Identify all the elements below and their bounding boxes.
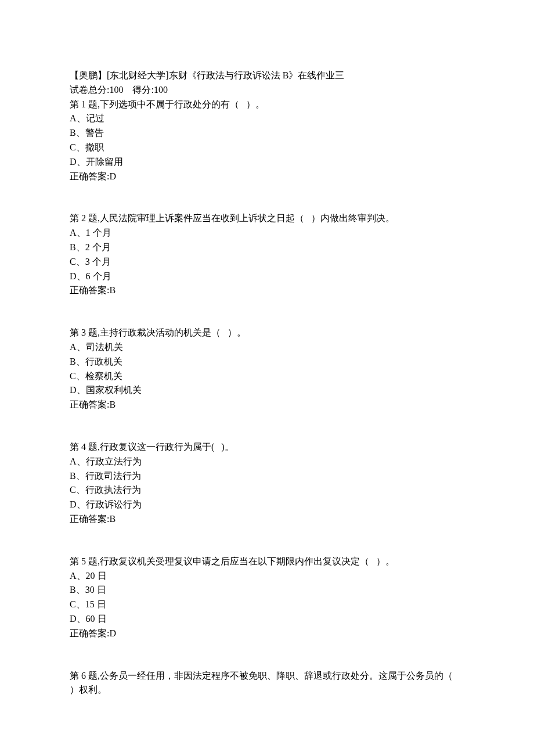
question-stem: 第 2 题,人民法院审理上诉案件应当在收到上诉状之日起（ ）内做出终审判决。 [70, 211, 464, 226]
option: B、警告 [70, 126, 464, 141]
option: D、6 个月 [70, 269, 464, 284]
option: D、国家权利机关 [70, 383, 464, 398]
score-line: 试卷总分:100 得分:100 [70, 83, 464, 98]
option: C、检察机关 [70, 369, 464, 384]
option: A、记过 [70, 111, 464, 126]
option: A、20 日 [70, 569, 464, 584]
option: C、撤职 [70, 141, 464, 155]
question-block: 第 3 题,主持行政裁决活动的机关是（ ）。 A、司法机关 B、行政机关 C、检… [70, 326, 464, 412]
question-block: 第 4 题,行政复议这一行政行为属于( )。 A、行政立法行为 B、行政司法行为… [70, 440, 464, 527]
answer: 正确答案:D [70, 170, 464, 184]
option: D、60 日 [70, 612, 464, 627]
question-stem: 第 5 题,行政复议机关受理复议申请之后应当在以下期限内作出复议决定（ ）。 [70, 555, 464, 569]
option: C、15 日 [70, 597, 464, 612]
option: B、2 个月 [70, 240, 464, 255]
option: A、司法机关 [70, 340, 464, 355]
page: 【奥鹏】[东北财经大学]东财《行政法与行政诉讼法 B》在线作业三 试卷总分:10… [0, 0, 534, 756]
answer: 正确答案:B [70, 512, 464, 527]
question-stem: 第 6 题,公务员一经任用，非因法定程序不被免职、降职、辞退或行政处分。这属于公… [70, 669, 464, 698]
option: C、行政执法行为 [70, 483, 464, 498]
option: D、开除留用 [70, 155, 464, 170]
option: B、行政机关 [70, 355, 464, 369]
document-title: 【奥鹏】[东北财经大学]东财《行政法与行政诉讼法 B》在线作业三 [70, 69, 464, 83]
question-stem: 第 1 题,下列选项中不属于行政处分的有（ ）。 [70, 98, 464, 112]
header-block: 【奥鹏】[东北财经大学]东财《行政法与行政诉讼法 B》在线作业三 试卷总分:10… [70, 69, 464, 183]
answer: 正确答案:B [70, 283, 464, 298]
question-block: 第 5 题,行政复议机关受理复议申请之后应当在以下期限内作出复议决定（ ）。 A… [70, 555, 464, 641]
option: B、行政司法行为 [70, 469, 464, 484]
question-stem: 第 3 题,主持行政裁决活动的机关是（ ）。 [70, 326, 464, 340]
option: A、1 个月 [70, 226, 464, 240]
question-block: 第 6 题,公务员一经任用，非因法定程序不被免职、降职、辞退或行政处分。这属于公… [70, 669, 464, 698]
answer: 正确答案:B [70, 398, 464, 412]
question-stem: 第 4 题,行政复议这一行政行为属于( )。 [70, 440, 464, 455]
option: D、行政诉讼行为 [70, 498, 464, 512]
option: A、行政立法行为 [70, 455, 464, 469]
question-block: 第 2 题,人民法院审理上诉案件应当在收到上诉状之日起（ ）内做出终审判决。 A… [70, 211, 464, 298]
option: C、3 个月 [70, 255, 464, 269]
answer: 正确答案:D [70, 627, 464, 641]
option: B、30 日 [70, 583, 464, 597]
